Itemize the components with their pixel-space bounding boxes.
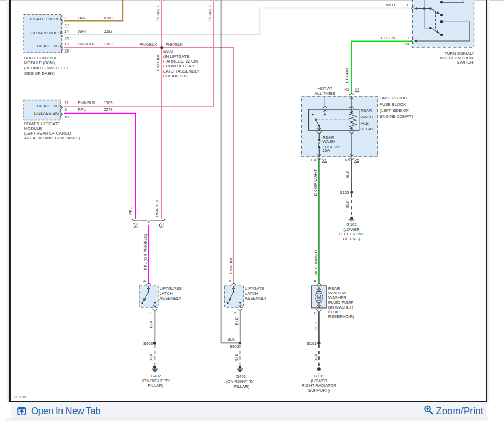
svg-text:AREA, BEHIND TRIM PANEL): AREA, BEHIND TRIM PANEL)	[24, 136, 80, 140]
svg-text:(ON RIGHT "D": (ON RIGHT "D"	[141, 378, 170, 383]
svg-text:X5: X5	[64, 36, 69, 40]
svg-text:LATCH ASSEMBLY: LATCH ASSEMBLY	[163, 69, 200, 74]
svg-text:BLK: BLK	[314, 321, 318, 330]
svg-text:HOT AT: HOT AT	[318, 86, 333, 91]
svg-text:BLK: BLK	[314, 353, 318, 362]
svg-text:2: 2	[64, 16, 67, 20]
svg-text:BLK: BLK	[234, 353, 239, 362]
svg-text:PNK/BLK: PNK/BLK	[78, 100, 96, 105]
svg-text:X1: X1	[65, 115, 70, 119]
svg-text:263738: 263738	[13, 395, 26, 399]
svg-text:S903: S903	[143, 341, 153, 346]
svg-text:L/GATE CNTRL: L/GATE CNTRL	[30, 17, 59, 22]
svg-text:(LEFT REAR OF CARGO: (LEFT REAR OF CARGO	[24, 131, 71, 136]
svg-text:PNK/BLK: PNK/BLK	[139, 42, 157, 47]
svg-text:TAN: TAN	[77, 16, 85, 20]
svg-text:LIFTGLASS: LIFTGLASS	[160, 286, 182, 291]
svg-text:LIFTGATE: LIFTGATE	[245, 286, 264, 291]
svg-text:ENGINE COMPT): ENGINE COMPT)	[380, 114, 414, 119]
svg-text:B: B	[314, 311, 316, 315]
svg-text:UNDERHOOD: UNDERHOOD	[380, 96, 407, 100]
svg-text:G102: G102	[346, 222, 357, 227]
svg-text:3: 3	[406, 36, 409, 40]
svg-text:LT GRN: LT GRN	[381, 36, 396, 40]
svg-text:PNK/BLK: PNK/BLK	[208, 5, 212, 23]
svg-text:MODULE (BCM): MODULE (BCM)	[24, 60, 55, 65]
svg-text:L/GATE SIG: L/GATE SIG	[37, 104, 59, 108]
svg-text:(IN LIFTGATE: (IN LIFTGATE	[163, 54, 189, 59]
svg-text:X4: X4	[355, 87, 360, 92]
svg-text:FUSE BLOCK: FUSE BLOCK	[380, 102, 406, 107]
svg-text:BREAKOUT): BREAKOUT)	[163, 74, 188, 78]
svg-text:REAR: REAR	[361, 108, 372, 113]
svg-text:G101: G101	[314, 374, 324, 378]
svg-text:X2: X2	[354, 158, 359, 163]
svg-text:(LOWER: (LOWER	[311, 378, 327, 383]
svg-text:15A: 15A	[323, 148, 331, 153]
svg-text:PCB: PCB	[361, 121, 369, 126]
svg-text:1303: 1303	[104, 100, 113, 105]
svg-text:3: 3	[149, 311, 152, 315]
svg-text:PPL (OR PNK/BLK): PPL (OR PNK/BLK)	[143, 234, 148, 270]
svg-text:LT GRN: LT GRN	[345, 68, 349, 83]
svg-text:BLK: BLK	[227, 337, 235, 342]
svg-text:FLUID: FLUID	[328, 310, 341, 314]
svg-text:Zoom/Print: Zoom/Print	[436, 405, 483, 416]
svg-text:PPL: PPL	[128, 207, 133, 215]
svg-text:X1: X1	[322, 158, 327, 163]
svg-text:FLUID PUMP: FLUID PUMP	[328, 300, 353, 305]
svg-text:PILLAR): PILLAR)	[148, 383, 163, 388]
svg-text:E4: E4	[311, 158, 316, 162]
svg-text:SWITCH: SWITCH	[457, 60, 474, 65]
svg-text:HARNESS, 22 CM: HARNESS, 22 CM	[163, 59, 198, 64]
svg-text:PNK/BLK: PNK/BLK	[155, 199, 159, 217]
svg-text:FROM LIFTGATE: FROM LIFTGATE	[163, 64, 196, 68]
svg-text:X4: X4	[404, 42, 409, 46]
svg-text:2279: 2279	[104, 107, 113, 112]
svg-text:DK GRN/WHT: DK GRN/WHT	[313, 169, 318, 196]
svg-text:M: M	[317, 294, 321, 300]
svg-text:LATCH: LATCH	[160, 291, 173, 296]
svg-text:S105: S105	[340, 190, 349, 195]
svg-text:K1: K1	[344, 87, 349, 92]
svg-text:PPL: PPL	[78, 107, 86, 112]
svg-text:X7: X7	[64, 23, 69, 27]
svg-text:5: 5	[234, 311, 237, 315]
svg-text:14: 14	[64, 29, 69, 34]
svg-text:WHT: WHT	[386, 3, 396, 7]
svg-text:L/GATE SIG: L/GATE SIG	[37, 44, 59, 48]
svg-text:G402: G402	[151, 374, 161, 378]
svg-text:SIDE OF DASH): SIDE OF DASH)	[24, 71, 55, 76]
svg-text:MODULE: MODULE	[24, 126, 42, 131]
svg-text:WHT: WHT	[77, 29, 87, 34]
svg-text:(IN WASHER: (IN WASHER	[328, 305, 353, 310]
svg-text:1: 1	[161, 223, 163, 227]
svg-text:BODY CONTROL: BODY CONTROL	[24, 56, 57, 60]
svg-text:PILLAR): PILLAR)	[234, 384, 250, 389]
svg-text:BLK: BLK	[345, 200, 350, 209]
svg-text:X6: X6	[64, 48, 69, 53]
svg-text:PNK/BLK: PNK/BLK	[229, 256, 233, 274]
svg-text:POWER LIFTGATE: POWER LIFTGATE	[24, 121, 60, 126]
svg-text:2283: 2283	[104, 29, 113, 34]
svg-text:REAR: REAR	[328, 286, 340, 291]
svg-text:WASH: WASH	[323, 139, 335, 144]
svg-text:G402: G402	[236, 374, 246, 379]
svg-text:BLK: BLK	[234, 317, 239, 325]
svg-text:RESERVOIR): RESERVOIR)	[328, 314, 354, 319]
svg-text:WASH: WASH	[361, 115, 373, 119]
svg-text:3: 3	[65, 107, 67, 112]
svg-text:6188: 6188	[104, 16, 113, 20]
svg-text:6: 6	[229, 279, 231, 283]
svg-text:PNK/BLK: PNK/BLK	[156, 54, 160, 71]
svg-text:LEFT FRONT: LEFT FRONT	[339, 232, 364, 237]
svg-text:RIGHT RADIATOR: RIGHT RADIATOR	[302, 383, 336, 388]
svg-text:BLK: BLK	[149, 353, 153, 362]
svg-text:LATCH: LATCH	[245, 291, 258, 296]
svg-text:RELAY: RELAY	[361, 127, 374, 131]
svg-text:(ON RIGHT "D": (ON RIGHT "D"	[226, 379, 254, 384]
svg-text:ASSEMBLY: ASSEMBLY	[160, 296, 182, 301]
svg-text:A: A	[314, 279, 317, 283]
svg-text:WINDOW: WINDOW	[328, 291, 347, 295]
svg-text:1: 1	[406, 3, 409, 7]
